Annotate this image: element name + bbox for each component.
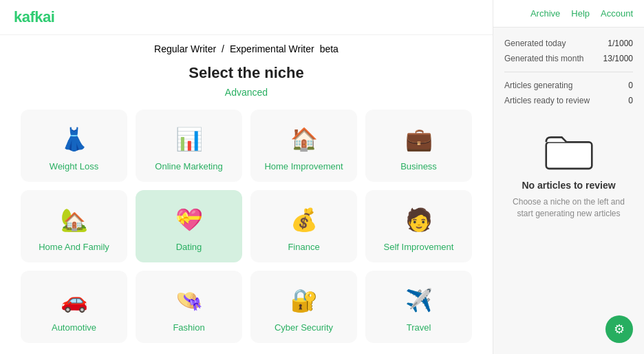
niche-card-self-improvement[interactable]: 🧑Self Improvement <box>365 190 472 262</box>
advanced-link-container: Advanced <box>21 86 472 98</box>
no-articles-title: No articles to review <box>522 180 615 191</box>
home-improvement-icon: 🏠 <box>288 123 321 156</box>
home-improvement-label: Home Improvement <box>264 161 343 171</box>
separator: / <box>222 43 224 54</box>
fab-icon: ⚙ <box>614 322 625 337</box>
logo: kafkai <box>14 8 54 26</box>
articles-generating-value: 0 <box>628 81 633 90</box>
cyber-security-icon: 🔐 <box>288 284 321 317</box>
dating-label: Dating <box>176 242 202 252</box>
folder-icon <box>545 130 593 171</box>
logo-text: kafka <box>14 8 51 25</box>
svg-rect-0 <box>546 142 592 169</box>
help-fab[interactable]: ⚙ <box>605 315 633 343</box>
travel-icon: ✈️ <box>402 284 436 317</box>
online-marketing-label: Online Marketing <box>155 161 222 171</box>
self-improvement-label: Self Improvement <box>384 242 454 252</box>
niche-card-automotive[interactable]: 🚗Automotive <box>21 271 127 343</box>
articles-generating-label: Articles generating <box>504 81 572 90</box>
travel-label: Travel <box>407 322 431 333</box>
no-articles-desc: Choose a niche on the left and start gen… <box>504 196 633 220</box>
generated-today-label: Generated today <box>504 39 566 48</box>
online-marketing-icon: 📊 <box>173 123 206 156</box>
articles-generating-row: Articles generating 0 <box>504 81 633 90</box>
niche-card-cyber-security[interactable]: 🔐Cyber Security <box>250 271 357 343</box>
cyber-security-label: Cyber Security <box>275 322 333 333</box>
niche-card-home-and-family[interactable]: 🏡Home And Family <box>21 190 127 262</box>
writer-toggle-row: Regular Writer / Experimental Writer bet… <box>0 35 493 57</box>
business-icon: 💼 <box>402 123 436 156</box>
advanced-link[interactable]: Advanced <box>225 87 268 98</box>
experimental-writer-label[interactable]: Experimental Writer <box>230 43 314 54</box>
finance-icon: 💰 <box>288 203 321 236</box>
content-area: Select the niche Advanced 👗Weight Loss📊O… <box>0 57 493 354</box>
generated-today-value: 1/1000 <box>608 39 633 48</box>
generated-month-row: Generated this month 13/1000 <box>504 54 633 63</box>
niche-card-fashion[interactable]: 👒Fashion <box>136 271 242 343</box>
stat-divider <box>504 72 633 72</box>
top-nav: kafkai <box>0 0 493 35</box>
niche-card-home-improvement[interactable]: 🏠Home Improvement <box>250 110 357 182</box>
niche-card-finance[interactable]: 💰Finance <box>250 190 357 262</box>
dating-icon: 💝 <box>173 203 206 236</box>
articles-review-value: 0 <box>628 96 633 105</box>
no-articles-box: No articles to review Choose a niche on … <box>493 116 644 233</box>
niche-grid: 👗Weight Loss📊Online Marketing🏠Home Impro… <box>21 110 472 343</box>
sidebar-stats: Generated today 1/1000 Generated this mo… <box>493 28 644 116</box>
fashion-label: Fashion <box>173 322 204 333</box>
weight-loss-label: Weight Loss <box>50 161 98 171</box>
main-area: kafkai Regular Writer / Experimental Wri… <box>0 0 493 354</box>
finance-label: Finance <box>288 242 319 252</box>
account-link[interactable]: Account <box>601 8 633 19</box>
generated-month-label: Generated this month <box>504 54 583 63</box>
help-link[interactable]: Help <box>571 8 590 19</box>
logo-accent: i <box>51 8 55 25</box>
fashion-icon: 👒 <box>173 284 206 317</box>
articles-review-row: Articles ready to review 0 <box>504 96 633 105</box>
page-title: Select the niche <box>21 64 472 82</box>
business-label: Business <box>400 161 437 171</box>
generated-month-value: 13/1000 <box>603 54 633 63</box>
home-and-family-icon: 🏡 <box>58 203 91 236</box>
archive-link[interactable]: Archive <box>530 8 560 19</box>
home-and-family-label: Home And Family <box>39 242 109 252</box>
self-improvement-icon: 🧑 <box>402 203 436 236</box>
sidebar: Archive Help Account Generated today 1/1… <box>493 0 644 354</box>
articles-review-label: Articles ready to review <box>504 96 590 105</box>
regular-writer-label[interactable]: Regular Writer <box>154 43 216 54</box>
niche-card-weight-loss[interactable]: 👗Weight Loss <box>21 110 127 182</box>
niche-card-business[interactable]: 💼Business <box>365 110 472 182</box>
weight-loss-icon: 👗 <box>58 123 91 156</box>
niche-card-online-marketing[interactable]: 📊Online Marketing <box>136 110 242 182</box>
niche-card-dating[interactable]: 💝Dating <box>136 190 242 262</box>
generated-today-row: Generated today 1/1000 <box>504 39 633 48</box>
automotive-icon: 🚗 <box>58 284 91 317</box>
automotive-label: Automotive <box>52 322 96 333</box>
beta-badge: beta <box>320 43 339 54</box>
niche-card-travel[interactable]: ✈️Travel <box>365 271 472 343</box>
sidebar-nav: Archive Help Account <box>493 0 644 28</box>
